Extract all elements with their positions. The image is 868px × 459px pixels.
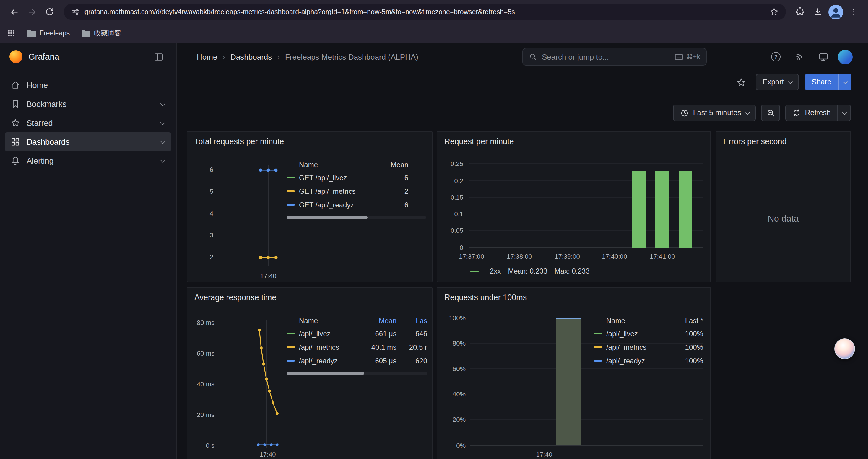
sidebar-item-dashboards[interactable]: Dashboards (5, 132, 172, 151)
series-color-marker (286, 204, 295, 205)
breadcrumb-home[interactable]: Home (197, 52, 217, 61)
panel-total-requests-per-minute[interactable]: Total requests per minute 6 5 4 3 2 17:4… (187, 131, 433, 282)
refresh-button[interactable]: Refresh (785, 104, 838, 121)
search-icon (529, 53, 537, 61)
zoom-out-icon[interactable] (761, 104, 780, 121)
address-bar[interactable]: grafana.mathmast.com/d/deytv4rwavabkb/fr… (64, 4, 786, 20)
refresh-interval-button[interactable] (838, 104, 851, 121)
panel-errors-per-second[interactable]: Errors per second No data (716, 131, 851, 282)
series-color-marker (286, 177, 295, 178)
time-range-picker[interactable]: Last 5 minutes (673, 104, 756, 121)
series-mean: 6 (375, 173, 408, 182)
browser-profile-avatar[interactable] (829, 4, 843, 19)
legend-col-last[interactable]: Las (397, 317, 427, 325)
series-name: /api/_livez (606, 329, 673, 338)
no-data-message: No data (716, 213, 850, 223)
assistant-avatar[interactable] (834, 338, 855, 359)
chevron-down-icon[interactable] (161, 140, 165, 143)
reload-icon[interactable] (41, 4, 58, 20)
browser-menu-icon[interactable] (845, 4, 862, 20)
y-tick: 4 (198, 209, 213, 218)
sidebar-item-bookmarks[interactable]: Bookmarks (5, 95, 172, 113)
panel-legend[interactable]: 2xx Mean: 0.233 Max: 0.233 (470, 267, 590, 275)
legend-col-mean[interactable]: Mean (360, 317, 397, 325)
search-placeholder: Search or jump to... (542, 52, 670, 61)
legend-col-last[interactable]: Last * (673, 317, 703, 325)
news-rss-icon[interactable] (790, 48, 808, 66)
bookmark-star-icon[interactable] (769, 7, 779, 17)
site-info-icon[interactable] (71, 7, 80, 16)
grafana-logo[interactable] (9, 50, 23, 63)
favorite-star-icon[interactable] (733, 74, 749, 90)
folder-icon (82, 29, 90, 37)
series-last: 100% (673, 329, 703, 338)
dashboard-actions: Export Share (177, 71, 868, 93)
user-avatar[interactable] (838, 49, 852, 64)
legend-row[interactable]: GET /api/_livez 6 (286, 171, 426, 184)
downloads-icon[interactable] (809, 4, 826, 20)
share-menu-button[interactable] (838, 74, 851, 90)
panel-title[interactable]: Requests under 100ms (437, 288, 710, 302)
sidebar-item-starred[interactable]: Starred (5, 113, 172, 132)
panel-average-response-time[interactable]: Average response time 80 ms 60 ms 40 ms … (187, 287, 433, 459)
panel-title[interactable]: Total requests per minute (187, 132, 432, 146)
legend-row[interactable]: GET /api/_metrics 2 (286, 184, 426, 198)
breadcrumb-current-page: Freeleaps Metrics Dashboard (ALPHA) (285, 52, 418, 61)
legend-row[interactable]: /api/_metrics 40.1 ms 20.5 r (286, 340, 427, 354)
legend-col-mean[interactable]: Mean (375, 161, 408, 169)
series-mean: 6 (375, 201, 408, 209)
legend-scrollbar[interactable] (286, 216, 426, 219)
sidebar-header: Grafana (0, 42, 176, 71)
chevron-down-icon[interactable] (161, 159, 165, 162)
panel-request-per-minute[interactable]: Request per minute 0.25 0.2 0.15 0.1 0.0… (437, 131, 711, 282)
legend-row[interactable]: GET /api/_readyz 6 (286, 198, 426, 211)
legend-header: Name Mean Las (286, 315, 427, 327)
breadcrumb-dashboards[interactable]: Dashboards (230, 52, 272, 61)
dock-sidebar-icon[interactable] (150, 48, 167, 65)
y-tick: 0.25 (443, 160, 463, 168)
back-icon[interactable] (6, 4, 23, 20)
legend-row[interactable]: /api/_metrics 100% (594, 340, 703, 354)
chevron-down-icon[interactable] (161, 121, 165, 125)
x-tick: 17:39:00 (551, 252, 584, 261)
panel-requests-under-100ms[interactable]: Requests under 100ms 100% 80% 60% 40% 20… (437, 287, 711, 459)
sidebar-item-alerting[interactable]: Alerting (5, 151, 172, 170)
legend-col-name[interactable]: Name (286, 161, 375, 169)
help-icon[interactable]: ? (767, 48, 785, 66)
share-button-group: Share (804, 74, 851, 90)
x-tick: 17:37:00 (455, 252, 488, 261)
forward-icon[interactable] (24, 4, 40, 20)
sidebar-item-home[interactable]: Home (5, 76, 172, 95)
scrollbar-thumb[interactable] (286, 371, 364, 375)
time-controls: Last 5 minutes Refresh (177, 102, 868, 124)
bookmark-folder-blogs[interactable]: 收藏博客 (82, 29, 121, 37)
chevron-down-icon (745, 110, 750, 115)
legend-scrollbar[interactable] (286, 371, 427, 375)
search-input[interactable]: Search or jump to... ⌘+k (522, 48, 707, 66)
x-tick: 17:40 (253, 450, 282, 458)
series-last: 100% (673, 343, 703, 351)
legend-row[interactable]: /api/_livez 661 µs 646 (286, 327, 427, 340)
export-button[interactable]: Export (755, 74, 799, 90)
legend-row[interactable]: /api/_readyz 605 µs 620 (286, 354, 427, 367)
series-mean: 40.1 ms (360, 343, 397, 351)
legend-col-name[interactable]: Name (286, 317, 360, 325)
url-text[interactable]: grafana.mathmast.com/d/deytv4rwavabkb/fr… (85, 8, 765, 15)
bookmark-folder-freeleaps[interactable]: Freeleaps (27, 29, 70, 37)
panel-title[interactable]: Request per minute (437, 132, 710, 146)
display-monitor-icon[interactable] (814, 48, 832, 66)
share-button[interactable]: Share (804, 74, 838, 90)
chevron-down-icon[interactable] (161, 102, 165, 106)
legend-col-name[interactable]: Name (594, 317, 673, 325)
panel-title[interactable]: Errors per second (716, 132, 850, 146)
y-tick: 80 ms (191, 319, 215, 327)
y-tick: 6 (198, 165, 213, 174)
breadcrumb-separator: › (277, 52, 280, 61)
breadcrumb-separator: › (222, 52, 225, 61)
legend-row[interactable]: /api/_livez 100% (594, 327, 703, 340)
legend-row[interactable]: /api/_readyz 100% (594, 354, 703, 367)
panel-title[interactable]: Average response time (187, 288, 432, 302)
apps-grid-icon[interactable] (7, 29, 16, 37)
scrollbar-thumb[interactable] (286, 216, 368, 219)
extensions-icon[interactable] (792, 4, 808, 20)
